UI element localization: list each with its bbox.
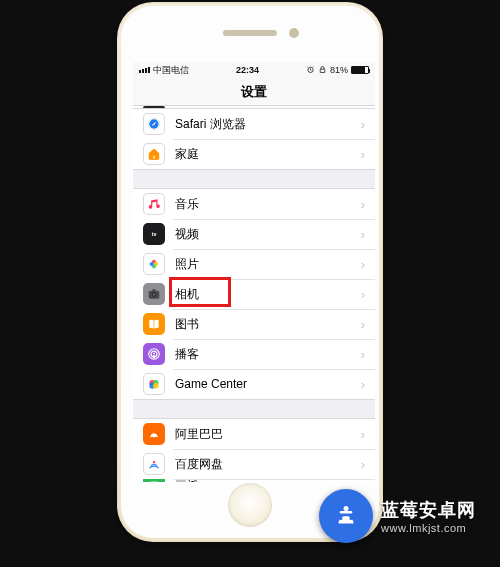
camera-icon bbox=[143, 283, 165, 305]
row-label: 阿里巴巴 bbox=[175, 426, 361, 443]
device-inner: 中国电信 22:34 81% 设置 Safari 浏览器›家庭›音乐›tv bbox=[121, 6, 379, 538]
svg-point-20 bbox=[153, 383, 159, 389]
settings-row-alibaba[interactable]: 阿里巴巴› bbox=[133, 419, 375, 449]
svg-point-12 bbox=[153, 293, 155, 295]
row-label: 音乐 bbox=[175, 196, 361, 213]
home-icon bbox=[143, 143, 165, 165]
alarm-icon bbox=[306, 65, 315, 76]
settings-group: 阿里巴巴›百度网盘›豆瓣› bbox=[133, 418, 375, 482]
settings-row-photos[interactable]: 照片› bbox=[133, 249, 375, 279]
watermark-url: www.lmkjst.com bbox=[381, 522, 476, 534]
device-frame: 中国电信 22:34 81% 设置 Safari 浏览器›家庭›音乐›tv bbox=[117, 2, 383, 542]
svg-point-26 bbox=[350, 517, 353, 520]
svg-point-21 bbox=[153, 461, 155, 463]
chevron-right-icon: › bbox=[361, 287, 365, 302]
chevron-right-icon: › bbox=[361, 197, 365, 212]
earpiece bbox=[223, 30, 277, 36]
battery-icon bbox=[351, 66, 369, 74]
settings-row-camera[interactable]: 相机› bbox=[133, 279, 375, 309]
settings-row-cutoff[interactable]: 豆瓣› bbox=[133, 479, 375, 482]
alibaba-icon bbox=[143, 423, 165, 445]
chevron-right-icon: › bbox=[361, 427, 365, 442]
settings-row-baidu[interactable]: 百度网盘› bbox=[133, 449, 375, 479]
watermark-title: 蓝莓安卓网 bbox=[381, 498, 476, 522]
settings-row-safari[interactable]: Safari 浏览器› bbox=[133, 109, 375, 139]
settings-group: Safari 浏览器›家庭› bbox=[133, 108, 375, 170]
chevron-right-icon: › bbox=[361, 227, 365, 242]
books-icon bbox=[143, 313, 165, 335]
watermark-badge-icon bbox=[319, 489, 373, 543]
chevron-right-icon: › bbox=[361, 457, 365, 472]
home-button[interactable] bbox=[228, 483, 272, 527]
carrier-label: 中国电信 bbox=[153, 64, 189, 77]
settings-row-music[interactable]: 音乐› bbox=[133, 189, 375, 219]
watermark: 蓝莓安卓网 www.lmkjst.com bbox=[319, 489, 476, 543]
svg-text:tv: tv bbox=[152, 231, 157, 237]
nav-bar: 设置 bbox=[133, 78, 375, 106]
photos-icon bbox=[143, 253, 165, 275]
row-label: Game Center bbox=[175, 377, 361, 391]
svg-point-23 bbox=[344, 506, 349, 511]
settings-row-books[interactable]: 图书› bbox=[133, 309, 375, 339]
settings-row-home[interactable]: 家庭› bbox=[133, 139, 375, 169]
chevron-right-icon: › bbox=[361, 317, 365, 332]
row-label: 照片 bbox=[175, 256, 361, 273]
status-bar: 中国电信 22:34 81% bbox=[133, 62, 375, 78]
clock: 22:34 bbox=[236, 65, 259, 75]
row-label: Safari 浏览器 bbox=[175, 116, 361, 133]
settings-row-podcasts[interactable]: 播客› bbox=[133, 339, 375, 369]
tv-icon: tv bbox=[143, 223, 165, 245]
battery-pct: 81% bbox=[330, 65, 348, 75]
generic-icon bbox=[143, 479, 165, 482]
row-label: 视频 bbox=[175, 226, 361, 243]
row-label: 播客 bbox=[175, 346, 361, 363]
svg-point-16 bbox=[153, 353, 155, 355]
music-icon bbox=[143, 193, 165, 215]
podcasts-icon bbox=[143, 343, 165, 365]
svg-rect-1 bbox=[320, 69, 325, 72]
screen: 中国电信 22:34 81% 设置 Safari 浏览器›家庭›音乐›tv bbox=[133, 62, 375, 482]
chevron-right-icon: › bbox=[361, 117, 365, 132]
chevron-right-icon: › bbox=[361, 347, 365, 362]
row-label: 家庭 bbox=[175, 146, 361, 163]
gamecenter-icon bbox=[143, 373, 165, 395]
svg-rect-24 bbox=[340, 511, 353, 514]
row-label: 百度网盘 bbox=[175, 456, 361, 473]
chevron-right-icon: › bbox=[361, 377, 365, 392]
row-label: 相机 bbox=[175, 286, 361, 303]
row-label: 豆瓣 bbox=[175, 479, 361, 482]
settings-row-tv[interactable]: tv视频› bbox=[133, 219, 375, 249]
chevron-right-icon: › bbox=[361, 147, 365, 162]
settings-row-gamecenter[interactable]: Game Center› bbox=[133, 369, 375, 399]
lock-icon bbox=[318, 65, 327, 76]
settings-list[interactable]: Safari 浏览器›家庭›音乐›tv视频›照片›相机›图书›播客›Game C… bbox=[133, 106, 375, 482]
row-label: 图书 bbox=[175, 316, 361, 333]
svg-point-9 bbox=[150, 262, 154, 266]
safari-icon bbox=[143, 113, 165, 135]
chevron-right-icon: › bbox=[361, 257, 365, 272]
svg-rect-4 bbox=[153, 155, 155, 159]
page-title: 设置 bbox=[241, 83, 267, 101]
svg-rect-22 bbox=[149, 481, 158, 482]
settings-group: 音乐›tv视频›照片›相机›图书›播客›Game Center› bbox=[133, 188, 375, 400]
front-camera bbox=[289, 28, 299, 38]
svg-point-25 bbox=[340, 517, 343, 520]
signal-icon bbox=[139, 67, 150, 73]
baidu-icon bbox=[143, 453, 165, 475]
chevron-right-icon: › bbox=[361, 479, 365, 482]
